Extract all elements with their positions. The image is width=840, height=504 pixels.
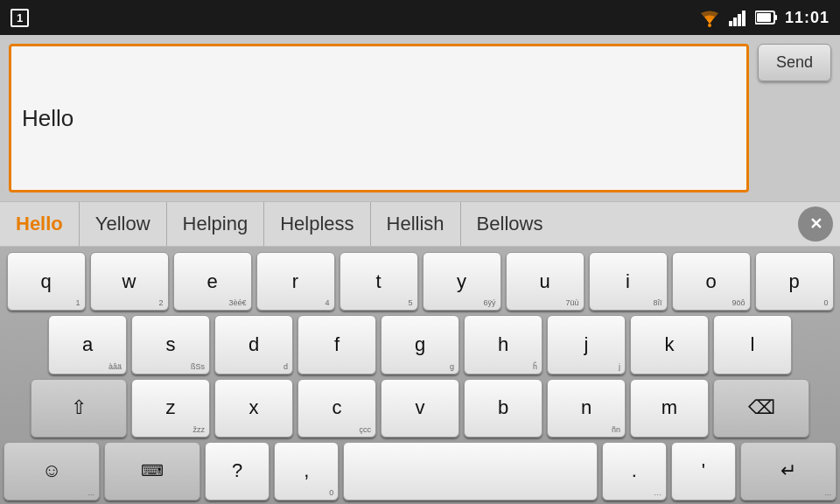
enter-key[interactable]: ↵... [740, 442, 836, 500]
suggestion-item-0[interactable]: Hello [7, 202, 80, 246]
wifi-icon [697, 8, 722, 27]
key-p[interactable]: p0 [755, 252, 834, 311]
key-i[interactable]: i8îï [589, 252, 668, 311]
key-f[interactable]: f [298, 315, 376, 374]
close-suggestions-button[interactable] [798, 206, 833, 242]
key-e[interactable]: e3èé€ [173, 252, 252, 311]
svg-rect-3 [738, 14, 741, 26]
shift-key[interactable]: ⇧ [31, 379, 127, 438]
suggestions-list: HelloYellowHelpingHelplessHellishBellows [7, 202, 794, 246]
suggestions-bar: HelloYellowHelpingHelplessHellishBellows [0, 201, 840, 247]
key-m[interactable]: m [630, 379, 709, 438]
keyboard-row-4: ☺...⌨?,0.…'↵... [4, 442, 836, 500]
status-left: 1 [10, 9, 29, 27]
key-x[interactable]: x [214, 379, 293, 438]
send-button[interactable]: Send [758, 44, 831, 81]
svg-rect-7 [757, 13, 771, 22]
input-area: Send [0, 35, 840, 201]
question-key[interactable]: ? [205, 442, 270, 500]
status-right: 11:01 [697, 8, 830, 27]
text-input[interactable] [22, 55, 736, 181]
period-key[interactable]: .… [602, 442, 667, 500]
space-key[interactable] [343, 442, 598, 500]
key-q[interactable]: q1 [7, 252, 86, 311]
keyboard-row-3: ⇧zžzzxcçccvbnñnm⌫ [4, 379, 836, 438]
svg-rect-4 [742, 10, 746, 26]
key-u[interactable]: u7üù [506, 252, 584, 311]
key-b[interactable]: b [464, 379, 542, 438]
key-w[interactable]: w2 [90, 252, 169, 311]
key-r[interactable]: r4 [256, 252, 335, 311]
key-o[interactable]: o9öô [672, 252, 751, 311]
suggestion-item-2[interactable]: Helping [167, 202, 265, 246]
suggestion-item-5[interactable]: Bellows [461, 202, 559, 246]
suggestion-item-3[interactable]: Helpless [264, 202, 370, 246]
key-s[interactable]: sßSs [131, 315, 210, 374]
svg-rect-6 [774, 15, 777, 20]
key-t[interactable]: t5 [340, 252, 418, 311]
key-a[interactable]: aàâä [48, 315, 127, 374]
battery-icon [755, 10, 778, 25]
text-field-wrapper[interactable] [9, 44, 749, 192]
suggestion-item-1[interactable]: Yellow [80, 202, 167, 246]
app-number: 1 [10, 9, 29, 27]
suggestion-item-4[interactable]: Hellish [371, 202, 461, 246]
keyboard-row-1: q1w2e3èé€r4t5y6ÿýu7üùi8îïo9öôp0 [4, 252, 836, 311]
key-j[interactable]: jj [547, 315, 626, 374]
svg-point-0 [708, 24, 711, 27]
emoji-key[interactable]: ☺... [4, 442, 100, 500]
keyboard: q1w2e3èé€r4t5y6ÿýu7üùi8îïo9öôp0 aàâäsßSs… [0, 247, 840, 504]
key-n[interactable]: nñn [547, 379, 626, 438]
key-h[interactable]: hĥ [464, 315, 542, 374]
key-d[interactable]: dd [214, 315, 293, 374]
key-l[interactable]: l [713, 315, 792, 374]
backspace-key[interactable]: ⌫ [713, 379, 809, 438]
quote-key[interactable]: ' [671, 442, 736, 500]
comma-key[interactable]: ,0 [274, 442, 339, 500]
key-z[interactable]: zžzz [131, 379, 210, 438]
status-bar: 1 [0, 0, 840, 35]
keyboard-switch-key[interactable]: ⌨ [104, 442, 200, 500]
signal-icon [729, 9, 748, 26]
key-k[interactable]: k [630, 315, 709, 374]
keyboard-row-2: aàâäsßSsddfgghĥjjkl [4, 315, 836, 374]
svg-rect-2 [733, 18, 737, 26]
key-y[interactable]: y6ÿý [423, 252, 501, 311]
time-display: 11:01 [785, 9, 830, 27]
key-g[interactable]: gg [381, 315, 459, 374]
svg-rect-1 [729, 21, 732, 26]
key-v[interactable]: v [381, 379, 459, 438]
key-c[interactable]: cçcc [298, 379, 376, 438]
